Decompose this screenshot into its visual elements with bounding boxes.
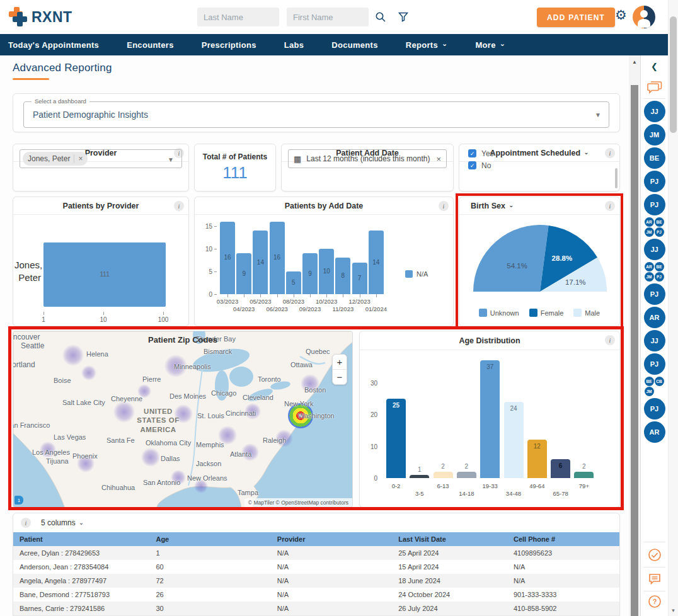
table-row[interactable]: Angela, Angela : 27897749772N/A18 June 2…	[13, 574, 619, 588]
age-bar-34-48	[504, 402, 524, 478]
avatar-jm[interactable]: JM	[644, 124, 665, 145]
age-distribution-chart: 0102030250-213-526-13214-183719-332434-4…	[360, 350, 619, 507]
content-scrollbar-thumb[interactable]	[631, 85, 638, 616]
avatar-be[interactable]: BE	[655, 262, 664, 271]
map-badge[interactable]: 1	[14, 496, 23, 505]
avatar-ar[interactable]: AR	[645, 262, 654, 271]
avatar-ar[interactable]: AR	[645, 217, 654, 227]
avatar-jm[interactable]: JM	[645, 272, 654, 282]
avatar-pj[interactable]: PJ	[644, 398, 665, 419]
info-icon[interactable]: i	[605, 201, 615, 211]
avatar-jj[interactable]: JJ	[644, 330, 665, 351]
nav-item-more[interactable]: More⌄	[475, 40, 505, 50]
map-city-label: Raleigh	[263, 436, 286, 444]
table-header-last-visit-date[interactable]: Last Visit Date	[392, 535, 507, 543]
first-name-input[interactable]	[287, 8, 369, 26]
scroll-down-icon[interactable]: ▼	[669, 608, 678, 613]
table-header-provider[interactable]: Provider	[271, 535, 392, 543]
appointment-options: ✓Yes✓No	[468, 147, 611, 171]
map-city-label: Jackson	[196, 460, 221, 467]
avatar-jm[interactable]: JM	[645, 227, 654, 237]
avatar-cluster[interactable]: BECBJM	[645, 377, 665, 396]
avatar-ar[interactable]: AR	[644, 421, 665, 443]
heatmap-spot	[141, 448, 160, 467]
avatar-be[interactable]: BE	[645, 377, 654, 386]
add-date-bar-value: 7	[352, 275, 367, 282]
columns-dropdown[interactable]: 5 columns ⌄	[41, 518, 84, 527]
content-scrollbar[interactable]: ▲	[629, 55, 640, 616]
info-icon[interactable]: i	[21, 518, 31, 528]
chevron-down-icon: ⌄	[79, 519, 84, 526]
table-row[interactable]: Bane, Desmond : 27751879326N/A24 October…	[13, 588, 619, 602]
chat-icon[interactable]	[647, 81, 662, 97]
avatar-jm[interactable]: JM	[645, 387, 654, 396]
table-row[interactable]: Anderson, Jean : 27835408460N/A15 April …	[13, 560, 619, 574]
avatar-be[interactable]: BE	[644, 147, 665, 169]
window-scrollbar[interactable]: ▼	[668, 0, 678, 616]
clear-date-icon[interactable]: ×	[436, 154, 441, 164]
chip-remove-icon[interactable]: ×	[74, 154, 83, 163]
avatar-pj[interactable]: PJ	[644, 194, 665, 215]
patients-by-add-date-card: Patients by Add Date i 1510501603/202390…	[194, 197, 454, 326]
last-name-input[interactable]	[197, 8, 279, 26]
avatar-jj[interactable]: JJ	[644, 101, 665, 122]
map-city-label: Cheyenne	[111, 395, 142, 402]
heatmap-spot	[62, 345, 84, 366]
search-icon[interactable]	[375, 11, 386, 25]
avatar-cluster[interactable]: ARBEJMPJ	[645, 262, 665, 282]
checkbox-yes[interactable]: ✓	[468, 149, 476, 157]
avatar-pj[interactable]: PJ	[655, 227, 664, 237]
info-icon[interactable]: i	[174, 201, 184, 211]
table-cell: 25 April 2024	[392, 549, 507, 557]
help-icon[interactable]: ?	[641, 595, 668, 611]
nav-item-today-s-appointments[interactable]: Today's Appointments	[8, 40, 99, 50]
avatar-pj[interactable]: PJ	[644, 283, 665, 305]
chevron-down-icon[interactable]: ⌄	[508, 202, 514, 208]
dashboard-select[interactable]: Select a dashboard Patient Demographic I…	[23, 101, 609, 128]
checkbox-no[interactable]: ✓	[468, 161, 476, 169]
avatar-pj[interactable]: PJ	[655, 272, 664, 282]
avatar-pj[interactable]: PJ	[644, 171, 665, 192]
filter-icon[interactable]	[398, 11, 409, 25]
mini-scrollbar[interactable]	[615, 168, 618, 188]
table-row[interactable]: Barnes, Carrie : 27924158630N/A26 July 2…	[13, 602, 619, 615]
table-header-patient[interactable]: Patient	[13, 535, 149, 543]
x-category-label: 6-13	[429, 482, 457, 489]
provider-select[interactable]: Jones, Peter × ▼	[20, 149, 182, 168]
nav-item-prescriptions[interactable]: Prescriptions	[202, 40, 256, 50]
gear-icon[interactable]: ⚙	[615, 8, 627, 21]
nav-item-encounters[interactable]: Encounters	[127, 40, 174, 50]
nav-item-labs[interactable]: Labs	[284, 40, 304, 50]
task-check-icon[interactable]	[641, 548, 668, 564]
x-category-label: 79+	[570, 482, 598, 489]
rxnt-logo[interactable]: RXNT	[9, 7, 72, 27]
table-header-row: PatientAgeProviderLast Visit DateCell Ph…	[13, 532, 619, 546]
table-cell: N/A	[271, 549, 392, 557]
avatar-cb[interactable]: CB	[655, 377, 664, 386]
user-avatar[interactable]	[633, 6, 655, 28]
zoom-in-button[interactable]: +	[333, 355, 347, 370]
avatar-jj[interactable]: JJ	[644, 239, 665, 260]
map-city-label: Portland	[13, 360, 35, 369]
add-patient-button[interactable]: ADD PATIENT	[537, 8, 615, 27]
map-city-label: Helena	[86, 350, 108, 358]
table-header-cell-phone[interactable]: Cell Phone #	[507, 535, 619, 543]
nav-item-documents[interactable]: Documents	[331, 40, 378, 50]
nav-item-reports[interactable]: Reports⌄	[406, 40, 448, 50]
info-icon[interactable]: i	[605, 335, 615, 345]
table-header-age[interactable]: Age	[149, 535, 270, 543]
avatar-ar[interactable]: AR	[644, 307, 665, 328]
window-scrollbar-thumb[interactable]	[670, 16, 677, 133]
table-row[interactable]: Acree, Dylan : 2784296531N/A25 April 202…	[13, 546, 619, 560]
avatar-be[interactable]: BE	[655, 217, 664, 227]
info-icon[interactable]: i	[439, 201, 449, 211]
legend-swatch	[479, 309, 487, 317]
patient-zip-codes-map[interactable]: VancouverSeattlePortlandHelenaBismarckTh…	[13, 331, 353, 508]
avatar-cluster[interactable]: ARBEJMPJ	[645, 217, 665, 237]
collapse-sidebar-icon[interactable]: ❮	[641, 62, 668, 71]
zoom-out-button[interactable]: −	[333, 370, 347, 384]
feedback-icon[interactable]	[641, 572, 668, 588]
avatar-pj[interactable]: PJ	[644, 353, 665, 375]
add-date-input[interactable]: ▦ Last 12 months (includes this month) ×	[288, 149, 447, 168]
scroll-up-icon[interactable]: ▲	[629, 59, 640, 65]
